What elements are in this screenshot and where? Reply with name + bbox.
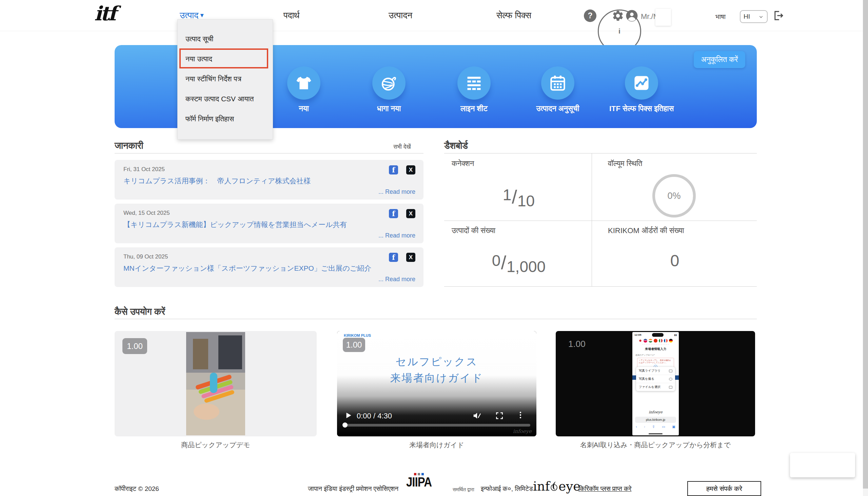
contact-us-button[interactable]: हमसे संपर्क करे (687, 481, 761, 496)
connection-denominator: 10 (518, 192, 535, 210)
muted-speaker-icon (472, 411, 481, 420)
quick-action-line-sheet[interactable]: लाइन शीट (430, 66, 518, 113)
fraction-slash: / (511, 186, 518, 207)
quick-action-label: धागा नया (377, 104, 401, 113)
video-progress-knob[interactable] (342, 422, 347, 428)
video-overlay-line2: 来場者向けガイド (337, 371, 536, 385)
play-button[interactable] (344, 411, 353, 420)
nav-production[interactable]: उत्पादन (389, 10, 412, 21)
phone-menu-item: 写真を撮る (639, 377, 654, 381)
connection-label: कनेक्शन (452, 159, 474, 168)
menu-item-product-list[interactable]: उत्पाद सूची (178, 29, 273, 49)
phone-url-bar: plus.kirikom.jp (635, 417, 676, 423)
copyright-text: कॉपीराइट © 2026 (115, 485, 159, 493)
phone-browser-nav: ‹›⇧▭▣ (632, 425, 679, 429)
yarn-icon (372, 66, 405, 99)
nav-materials[interactable]: पदार्थ (283, 10, 299, 21)
read-more-link[interactable]: ... Read more (378, 232, 415, 239)
video-card-visitor-guide[interactable]: セルフピックス 来場者向けガイド KIRIKOM PLUS 1.00 0:00 … (337, 331, 536, 436)
customize-button[interactable]: अनुकूलित करें (694, 51, 745, 68)
news-title-link[interactable]: MNインターファッション様「スポーツファッションEXPO」ご出展のご紹介 (123, 264, 415, 273)
volume-gauge: 0% (652, 174, 696, 217)
dashboard-divider-top (444, 153, 757, 154)
menu-item-form-creation-history[interactable]: फॉर्म निर्माण इतिहास (178, 109, 273, 129)
floating-widget-card (790, 453, 855, 477)
user-glyph (626, 10, 638, 22)
products-count-value: 0/1,000 (468, 251, 570, 274)
jiipa-logo[interactable]: JIIPA (406, 473, 432, 489)
dashboard-divider-vertical (592, 153, 592, 286)
menu-item-custom-product-csv-import[interactable]: कस्टम उत्पाद CSV आयात (178, 89, 273, 109)
quick-action-selfpics-history[interactable]: ITF सेल्फ पिक्स इतिहास (597, 66, 686, 113)
redacted-username-box (655, 9, 671, 26)
kirikom-plus-logo: KIRIKOM PLUS (344, 334, 371, 338)
x-share-icon[interactable]: X (406, 209, 415, 218)
kebab-menu-icon (516, 410, 525, 419)
dashboard-divider-middle (444, 220, 757, 221)
gear-icon-glyph (612, 10, 624, 22)
photo-library-icon (669, 370, 672, 372)
fullscreen-button[interactable] (495, 411, 504, 420)
quick-action-production-schedule[interactable]: उत्पादन अनुसूची (514, 66, 602, 113)
nav-self-pics[interactable]: सेल्फ पिक्स (496, 10, 531, 21)
video-caption: 来場者向けガイド (337, 440, 536, 450)
mute-button[interactable] (472, 411, 481, 420)
gear-icon[interactable] (612, 10, 624, 22)
x-share-icon[interactable]: X (406, 165, 415, 174)
read-more-link[interactable]: ... Read more (378, 276, 415, 283)
caret-down-icon: ▼ (199, 12, 205, 19)
infoeye-logo[interactable]: inf eye (533, 479, 581, 494)
language-label: भाषा (715, 13, 725, 21)
scrollbar-thumb[interactable] (863, 0, 868, 489)
news-date: Fri, 31 Oct 2025 (123, 166, 415, 173)
video-card-pickup-demo[interactable]: 1.00 (115, 331, 317, 436)
jiipa-logo-text: JIIPA (406, 475, 432, 490)
association-text: जापान इंडिया इंडस्ट्री प्रमोशन एसोसिएशन (308, 485, 399, 493)
kirikom-orders-label: KIRIKOM ऑर्डरों की संख्या (608, 226, 684, 235)
video-menu-button[interactable] (516, 410, 525, 419)
read-more-link[interactable]: ... Read more (378, 188, 415, 196)
facebook-share-icon[interactable]: f (389, 253, 398, 262)
kirikom-plus-home-page: itf उत्पाद▼ पदार्थ उत्पादन सेल्फ पिक्स ?… (0, 0, 868, 496)
quick-action-new-yarn[interactable]: धागा नया (345, 66, 433, 113)
facebook-share-icon[interactable]: f (389, 209, 398, 218)
help-icon[interactable]: ? (584, 10, 596, 22)
infoeye-logo-suffix: eye (558, 479, 581, 494)
infoeye-logo-prefix: inf (533, 479, 550, 494)
view-all-link[interactable]: सभी देखें (393, 144, 410, 151)
news-title-link[interactable]: キリコムプラス活用事例： 帝人フロンティア株式会社様 (123, 176, 415, 186)
menu-item-new-stitching-instruction[interactable]: नया स्टीचिंग निर्देश पत्र (178, 69, 273, 89)
news-title-link[interactable]: 【キリコムプラス新機能】ピックアップ情報を営業担当へメール共有 (123, 220, 415, 229)
quick-action-label: नया (299, 104, 309, 113)
video-card-businesscard-ai[interactable]: 1.00 12:05 ▮▮ ・・・・・・・・・・・・・・・・ 来場者情報入力 名… (556, 331, 755, 436)
dashboard-divider-bottom (444, 286, 757, 286)
video-caption: 名刺AI取り込み・商品ピックアップから分析まで (556, 440, 755, 450)
news-item: Thu, 09 Oct 2025 MNインターファッション様「スポーツファッショ… (115, 247, 423, 287)
video-progress-bar[interactable] (343, 424, 530, 427)
menu-item-new-product[interactable]: नया उत्पाद (178, 49, 273, 69)
logout-icon[interactable] (772, 10, 784, 22)
tshirt-icon (287, 66, 320, 99)
x-share-icon[interactable]: X (406, 253, 415, 262)
video-watermark: infoeye (513, 428, 532, 434)
company-name: इन्फोआई क०, लिमिटेड (481, 485, 533, 493)
header: itf उत्पाद▼ पदार्थ उत्पादन सेल्फ पिक्स ?… (0, 0, 863, 31)
phone-home-indicator (649, 433, 662, 434)
quick-action-label: ITF सेल्फ पिक्स इतिहास (609, 104, 674, 113)
phone-menu-item: ファイルを選択 (639, 385, 660, 389)
facebook-share-icon[interactable]: f (389, 165, 398, 174)
chart-icon (625, 66, 658, 99)
language-select[interactable]: HI (740, 10, 768, 23)
phone-status-icons: ▮▮ (674, 334, 677, 337)
user-avatar-icon[interactable] (626, 10, 638, 22)
get-kirikom-plus-link[interactable]: किरिकॉम प्लस प्राप्त करे (579, 485, 631, 493)
news-item: Fri, 31 Oct 2025 キリコムプラス活用事例： 帝人フロンティア株式… (115, 160, 423, 200)
phone-menu-item: 写真ライブラリ (639, 369, 660, 373)
line-sheet-icon (458, 66, 491, 99)
itf-logo[interactable]: itf (94, 2, 115, 25)
quick-action-new-product[interactable]: नया (260, 66, 348, 113)
camera-icon (669, 378, 672, 381)
phone-status-time: 12:05 (634, 334, 641, 337)
video-caption: 商品ピックアップデモ (115, 440, 317, 450)
video-overlay-line1: セルフピックス (337, 355, 536, 369)
